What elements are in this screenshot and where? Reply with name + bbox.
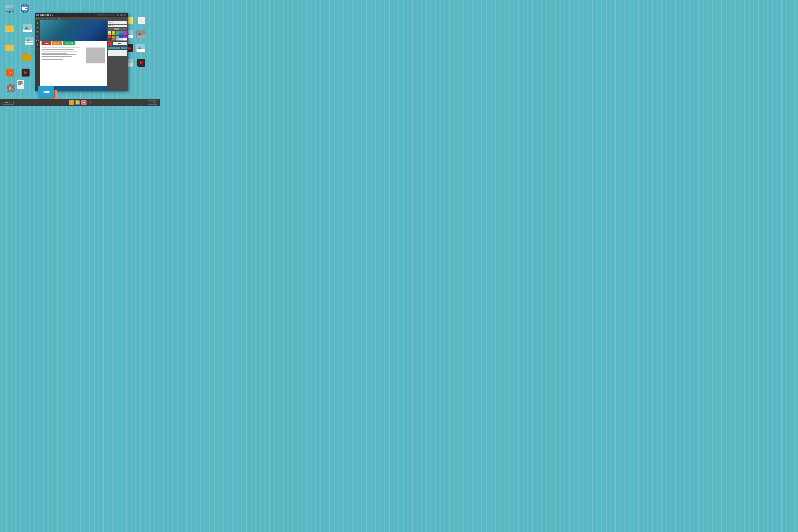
system-time: 10:09: [148, 100, 157, 104]
image-icon-left2[interactable]: [23, 24, 32, 32]
image-icon-left1[interactable]: [25, 37, 34, 45]
color-swatch-6[interactable]: [108, 33, 111, 35]
slider-3[interactable]: [108, 54, 127, 56]
menu-file[interactable]: File: [36, 18, 39, 20]
color-swatch-12[interactable]: [112, 36, 115, 38]
color-swatch-13[interactable]: [115, 36, 119, 38]
folder-taskbar-icon[interactable]: [75, 100, 80, 105]
title-bar: WEB DESIGN — □ ✕: [35, 13, 128, 17]
color-swatch-5[interactable]: [123, 31, 127, 33]
mini-swatch-2[interactable]: [114, 47, 120, 49]
rect-tool[interactable]: [36, 31, 39, 34]
slider-1[interactable]: [108, 50, 127, 52]
square-outline-tool[interactable]: [36, 47, 39, 50]
svg-rect-9: [36, 14, 38, 15]
svg-rect-11: [36, 15, 38, 16]
color-swatch-4[interactable]: [120, 31, 123, 33]
eraser-tool[interactable]: [36, 39, 39, 42]
mini-swatch-3[interactable]: [121, 47, 127, 49]
color-swatch-14[interactable]: [120, 36, 123, 38]
taskbar-icons: ♪ 💬: [69, 100, 93, 105]
slider-panel: [108, 50, 127, 56]
chat-taskbar-icon[interactable]: 💬: [81, 100, 87, 105]
color-swatch-9[interactable]: [120, 33, 123, 35]
color-swatch-7[interactable]: [112, 33, 115, 35]
logo-label: LOGO: [42, 91, 50, 93]
taskbar: START ♪ 💬 10:09: [0, 99, 160, 106]
shield-desktop-icon[interactable]: [21, 3, 29, 14]
menu-window[interactable]: Window: [50, 18, 55, 20]
nav-contact-btn[interactable]: CONTACT: [62, 41, 75, 45]
svg-rect-14: [37, 40, 38, 41]
panel-scrollbar[interactable]: [108, 28, 127, 30]
color-swatch-10[interactable]: [123, 33, 127, 35]
site-nav: HOME NEWS CONTACT: [41, 41, 75, 45]
height-input-row: 1600 PX: [108, 24, 127, 27]
menu-edit[interactable]: Edit: [41, 18, 43, 20]
image-icon-gray1[interactable]: [137, 30, 145, 38]
svg-rect-10: [38, 14, 39, 15]
pencil-tool[interactable]: [36, 26, 39, 29]
color-swatch-19[interactable]: [120, 38, 123, 40]
svg-rect-13: [37, 32, 38, 33]
menu-help[interactable]: Help: [57, 18, 60, 20]
color-swatch-18[interactable]: [115, 38, 119, 40]
menu-view[interactable]: View: [45, 18, 48, 20]
play-desktop-icon[interactable]: [21, 69, 30, 77]
music-taskbar-icon[interactable]: ♪: [69, 100, 74, 105]
menu-bar: File Edit View Window Help: [35, 17, 128, 20]
folder-dark-yellow[interactable]: [22, 54, 31, 61]
maximize-button[interactable]: □: [120, 14, 123, 16]
color-swatch-20[interactable]: [123, 38, 127, 40]
slider-2[interactable]: [108, 52, 127, 54]
color-swatch-3[interactable]: [115, 31, 119, 33]
paper-icon[interactable]: [17, 80, 24, 89]
color-swatch-1[interactable]: [108, 31, 111, 33]
color-swatch-2[interactable]: [112, 31, 115, 33]
nav-home-btn[interactable]: HOME: [41, 41, 51, 45]
svg-rect-12: [38, 15, 39, 16]
site-hero: [40, 20, 107, 41]
mini-color-grid: [108, 47, 127, 49]
folder-yellow-2[interactable]: [5, 45, 14, 51]
width-input-row: 1600 PX: [108, 21, 127, 24]
svg-rect-0: [22, 7, 24, 10]
logo-card[interactable]: LOGO: [38, 86, 54, 98]
color-swatch-15[interactable]: [123, 36, 127, 38]
minimize-button[interactable]: —: [116, 14, 120, 16]
image-icon-r3[interactable]: [137, 44, 145, 52]
zoom-value[interactable]: 100%: [113, 42, 127, 45]
svg-rect-1: [25, 7, 28, 8]
window-controls[interactable]: — □ ✕: [116, 14, 126, 16]
zoom-control[interactable]: 100%: [108, 41, 127, 46]
diamond-tool[interactable]: [36, 34, 39, 37]
app-icon: [36, 14, 39, 16]
start-button[interactable]: START: [3, 100, 14, 104]
play-icon-right2[interactable]: [137, 59, 145, 66]
text-tool[interactable]: A: [36, 43, 39, 46]
folder-yellow-large[interactable]: [5, 25, 14, 32]
right-panel: 1600 PX 1600 PX: [107, 20, 128, 91]
cursor-tool[interactable]: [36, 21, 39, 24]
zoom-indicator: [108, 41, 112, 46]
mini-swatch-1[interactable]: [108, 47, 114, 49]
monitor-desktop-icon[interactable]: [5, 5, 14, 13]
play-taskbar-icon[interactable]: [88, 100, 93, 105]
color-swatch-17[interactable]: [112, 38, 115, 40]
note-white[interactable]: [138, 17, 145, 24]
music-desktop-icon[interactable]: ♪: [6, 69, 14, 77]
color-swatch-16[interactable]: [108, 38, 111, 40]
trash-icon[interactable]: [7, 84, 15, 92]
window-title: WEB DESIGN: [40, 14, 97, 16]
height-input[interactable]: 1600 PX: [108, 24, 127, 27]
nav-news-btn[interactable]: NEWS: [52, 41, 61, 45]
width-input[interactable]: 1600 PX: [108, 21, 127, 24]
close-button[interactable]: ✕: [124, 14, 126, 16]
left-toolbar: A: [35, 20, 40, 91]
color-swatch-8[interactable]: [115, 33, 119, 35]
site-image-placeholder: [86, 48, 105, 63]
svg-rect-8: [12, 88, 13, 90]
color-swatch-11[interactable]: [108, 36, 111, 38]
color-palette[interactable]: [108, 31, 127, 40]
svg-rect-2: [25, 9, 28, 10]
